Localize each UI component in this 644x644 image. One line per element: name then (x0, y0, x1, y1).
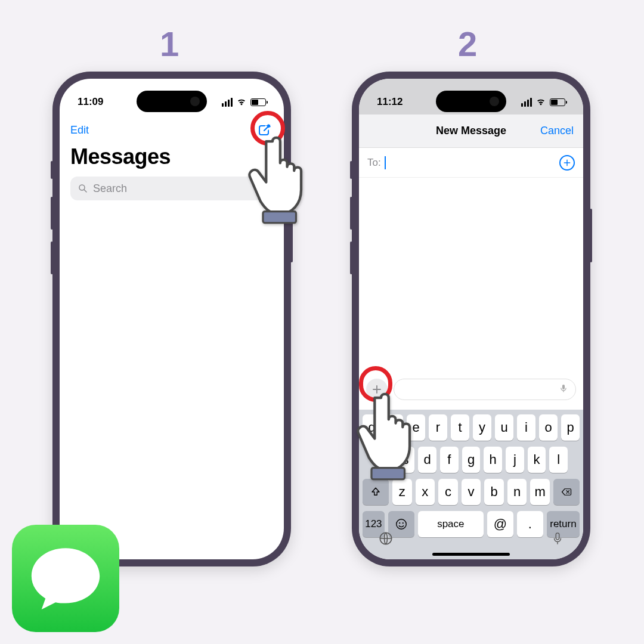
tap-hand-icon (243, 130, 321, 225)
search-placeholder: Search (93, 182, 127, 195)
key-shift[interactable] (363, 479, 389, 505)
svg-line-2 (84, 190, 86, 192)
svg-point-5 (399, 522, 400, 524)
dynamic-island (137, 91, 207, 112)
svg-point-4 (396, 519, 406, 530)
text-cursor (385, 156, 386, 169)
svg-rect-9 (263, 212, 296, 223)
step-number-2: 2 (458, 24, 477, 64)
dynamic-island (436, 91, 506, 112)
to-label: To: (367, 157, 381, 169)
battery-icon (550, 98, 565, 106)
globe-button[interactable] (378, 531, 394, 555)
search-input[interactable]: Search (70, 177, 273, 200)
plus-icon (563, 159, 571, 167)
add-contact-button[interactable] (559, 155, 575, 171)
step-number-1: 1 (160, 24, 179, 64)
wifi-icon (236, 97, 247, 107)
shift-icon (370, 487, 381, 497)
key-u[interactable]: u (495, 414, 513, 441)
dictation-button[interactable] (551, 531, 564, 555)
signal-icon (222, 98, 233, 107)
key-p[interactable]: p (561, 414, 580, 441)
home-indicator[interactable] (432, 553, 510, 556)
modal-header: New Message Cancel (359, 114, 583, 148)
key-g[interactable]: g (462, 447, 481, 473)
keyboard-row-3: z x c v b n m (363, 479, 580, 505)
key-m[interactable]: m (530, 479, 550, 505)
edit-button[interactable]: Edit (70, 124, 89, 137)
globe-icon (378, 531, 394, 546)
key-b[interactable]: b (484, 479, 504, 505)
key-i[interactable]: i (517, 414, 535, 441)
key-v[interactable]: v (462, 479, 481, 505)
key-o[interactable]: o (539, 414, 558, 441)
speech-bubble-icon (27, 543, 104, 614)
backspace-icon (560, 487, 573, 497)
status-time: 11:09 (78, 96, 103, 108)
modal-title: New Message (436, 125, 506, 137)
key-j[interactable]: j (506, 447, 524, 473)
key-f[interactable]: f (440, 447, 459, 473)
messages-app-icon (12, 525, 119, 632)
phone-mockup-2: 11:12 New Message Cancel To: (352, 72, 590, 566)
battery-icon (250, 98, 266, 106)
svg-rect-3 (562, 385, 565, 389)
key-c[interactable]: c (438, 479, 458, 505)
mic-icon[interactable] (559, 382, 568, 397)
key-z[interactable]: z (392, 479, 412, 505)
svg-rect-8 (556, 533, 559, 540)
key-l[interactable]: l (549, 447, 568, 473)
key-n[interactable]: n (507, 479, 527, 505)
svg-rect-10 (371, 468, 404, 479)
tap-hand-icon (352, 386, 429, 482)
key-y[interactable]: y (473, 414, 491, 441)
key-backspace[interactable] (553, 479, 580, 505)
to-field[interactable]: To: (359, 148, 583, 178)
emoji-icon (395, 518, 408, 531)
keyboard-bottom-row (359, 531, 583, 555)
search-icon (78, 183, 88, 194)
key-r[interactable]: r (429, 414, 447, 441)
key-x[interactable]: x (416, 479, 435, 505)
status-time: 11:12 (377, 96, 402, 108)
wifi-icon (535, 97, 546, 107)
key-t[interactable]: t (451, 414, 469, 441)
mic-icon (551, 531, 564, 546)
key-h[interactable]: h (484, 447, 502, 473)
signal-icon (521, 98, 532, 107)
svg-point-1 (79, 185, 85, 190)
page-title: Messages (70, 144, 171, 169)
cancel-button[interactable]: Cancel (540, 125, 574, 137)
svg-point-6 (402, 522, 403, 524)
key-k[interactable]: k (528, 447, 546, 473)
